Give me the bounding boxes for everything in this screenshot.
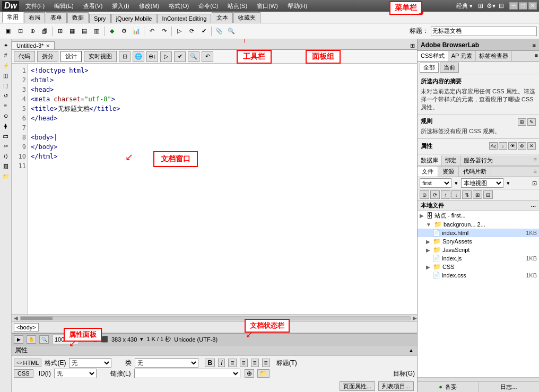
gear-icon[interactable]: ⚙▾ <box>486 2 495 10</box>
tab-layout[interactable]: 布局 <box>24 12 45 23</box>
share-icon[interactable]: ⊟ <box>499 2 504 10</box>
view-icon-6[interactable]: 🔍 <box>188 51 199 62</box>
align-left-button[interactable]: ≡ <box>228 359 236 367</box>
tb-icon-9[interactable]: ◆ <box>106 25 118 37</box>
sidebar-history[interactable]: ↺ <box>1 91 11 100</box>
right-panel-options[interactable]: ≡ <box>533 42 536 48</box>
db-tab[interactable]: 数据库 <box>418 155 442 165</box>
ft-upload[interactable]: ↑ <box>441 190 450 199</box>
tree-site-root[interactable]: ▶ 🗄 站点 - first... <box>418 211 539 220</box>
tree-spry-folder[interactable]: ▶ 📁 SpryAssets <box>418 237 539 246</box>
sidebar-frames[interactable]: ⬚ <box>1 81 11 90</box>
tb-icon-10[interactable]: ⚙ <box>118 25 130 37</box>
title-input[interactable] <box>431 27 537 36</box>
tab-form[interactable]: 表单 <box>46 12 67 23</box>
grid-icon[interactable]: ⊞ <box>478 2 483 10</box>
tab-common[interactable]: 常用 <box>2 12 23 23</box>
link-icon-1[interactable]: ⊕ <box>245 369 254 378</box>
bold-button[interactable]: B <box>205 359 215 367</box>
sidebar-files[interactable]: 📁 <box>1 171 11 181</box>
design-view-button[interactable]: 设计 <box>60 51 82 62</box>
close-button[interactable]: ✕ <box>528 2 537 10</box>
ft-refresh[interactable]: ⟳ <box>430 190 440 199</box>
sidebar-layers[interactable]: ◫ <box>1 71 11 80</box>
css-sort-cat[interactable]: ↓ <box>499 142 507 150</box>
tree-css-folder[interactable]: ▶ 📁 CSS <box>418 263 539 271</box>
expand-icon[interactable]: ⊡ <box>532 180 537 187</box>
css-all-tab[interactable]: 全部 <box>420 63 439 73</box>
css-expand-icon[interactable]: ▶ <box>426 264 430 270</box>
sidebar-db[interactable]: 🗃 <box>1 131 11 141</box>
db-tabs-menu[interactable]: ≡ <box>532 155 539 165</box>
ft-download[interactable]: ↓ <box>451 190 461 199</box>
sidebar-tag[interactable]: ⟨⟩ <box>1 151 11 161</box>
doc-tab-close[interactable]: ✕ <box>46 43 50 49</box>
ap-elements-tab[interactable]: AP 元素 <box>448 51 476 61</box>
sidebar-snippets[interactable]: ✂ <box>1 141 11 151</box>
binding-tab[interactable]: 绑定 <box>442 155 460 165</box>
snippets-tab[interactable]: 代码片断 <box>459 167 491 177</box>
align-right-button[interactable]: ≡ <box>251 359 259 367</box>
doc-tab-untitled[interactable]: Untitled-3* ✕ <box>12 41 55 49</box>
link-select[interactable] <box>134 369 240 378</box>
sidebar-assets[interactable]: 🖼 <box>1 161 11 171</box>
id-select[interactable]: 无 <box>54 369 97 378</box>
css-eye[interactable]: 👁 <box>508 142 517 150</box>
tb-icon-13[interactable]: ↷ <box>158 25 170 37</box>
tb-icon-3[interactable]: ⊕ <box>27 25 38 37</box>
select-tool-button[interactable]: ▶ <box>14 335 23 344</box>
tab-favorites[interactable]: 收藏夹 <box>233 12 260 23</box>
tb-icon-2[interactable]: ⊡ <box>14 25 26 37</box>
log-button[interactable]: 日志... <box>479 382 539 392</box>
page-properties-button[interactable]: 页面属性... <box>340 381 375 391</box>
tab-incontext[interactable]: InContext Editing <box>157 14 211 23</box>
ft-sync[interactable]: ⇅ <box>462 190 472 199</box>
site-dropdown-icon[interactable]: ▾ <box>454 180 459 187</box>
css-sort-alpha[interactable]: Az <box>489 142 498 150</box>
code-content[interactable]: <!doctype html> <html> <head> <meta char… <box>28 64 417 314</box>
tree-js-folder[interactable]: ▶ 📁 JavaScript <box>418 246 539 254</box>
sidebar-behaviors[interactable]: ⚡ <box>1 60 11 70</box>
scroll-left[interactable]: ◀ <box>14 315 18 321</box>
files-menu[interactable]: ≡ <box>532 167 539 177</box>
right-scrollbar[interactable] <box>418 377 539 381</box>
tree-index-js[interactable]: 📄 index.js 1KB <box>418 254 539 263</box>
code-view-button[interactable]: 代码 <box>14 51 35 62</box>
tab-text[interactable]: 文本 <box>212 12 233 23</box>
scroll-thumb[interactable] <box>21 317 53 320</box>
css-current-tab[interactable]: 当前 <box>440 63 459 73</box>
align-center-button[interactable]: ≡ <box>240 359 248 367</box>
ft-expand[interactable]: ⊞ <box>473 190 482 199</box>
tb-icon-11[interactable]: 📊 <box>131 25 142 37</box>
view-icon-5[interactable]: ✔ <box>174 51 186 62</box>
tb-icon-17[interactable]: 📎 <box>213 25 225 37</box>
right-tabs-menu[interactable]: ≡ <box>534 51 539 61</box>
italic-button[interactable]: I <box>218 359 225 367</box>
css-styles-tab[interactable]: CSS样式 <box>418 51 448 61</box>
tag-inspector-tab[interactable]: 标签检查器 <box>476 51 512 61</box>
sidebar-insert[interactable]: ✦ <box>1 40 11 50</box>
doc-expand-icon[interactable]: ⊞ <box>410 42 417 49</box>
tb-icon-6[interactable]: ▦ <box>66 25 78 37</box>
tb-icon-18[interactable]: 🔍 <box>225 25 237 37</box>
link-icon-2[interactable]: 📁 <box>257 369 270 378</box>
scroll-track[interactable] <box>20 316 411 320</box>
maximize-button[interactable]: □ <box>519 2 527 10</box>
css-del-prop[interactable]: ✕ <box>527 142 536 150</box>
zoom-tool-button[interactable]: 🔍 <box>39 335 49 344</box>
html-btn[interactable]: <> HTML <box>14 359 41 367</box>
view-icon-1[interactable]: ⊡ <box>119 51 131 62</box>
assets-tab[interactable]: 资源 <box>438 167 459 177</box>
bg-expand-icon[interactable]: ▼ <box>426 222 431 228</box>
tb-icon-7[interactable]: ▤ <box>79 25 90 37</box>
tree-index-html[interactable]: 📄 index.html 1KB <box>418 229 539 237</box>
sidebar-bindings[interactable]: ≡ <box>1 101 11 110</box>
format-select[interactable]: 无 段落 <box>69 358 111 368</box>
tab-jquery[interactable]: jQuery Mobile <box>111 14 157 23</box>
tb-icon-14[interactable]: ▷ <box>173 25 185 37</box>
align-justify-button[interactable]: ≡ <box>262 359 270 367</box>
tb-icon-5[interactable]: ⊞ <box>54 25 66 37</box>
minimize-button[interactable]: ─ <box>509 2 518 10</box>
css-add-prop[interactable]: ⊕ <box>518 142 526 150</box>
tb-icon-4[interactable]: 🗐 <box>39 25 50 37</box>
